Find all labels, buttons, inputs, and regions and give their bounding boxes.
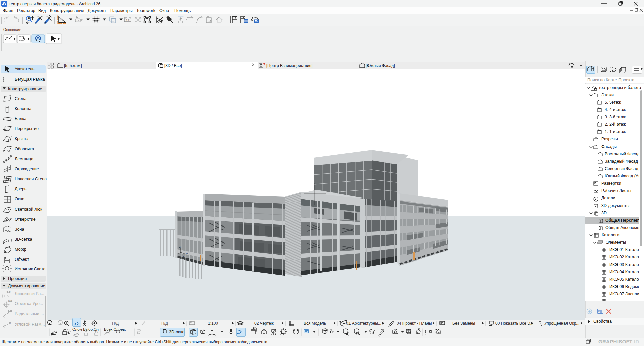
svg-text:Y: Y bbox=[186, 253, 188, 256]
svg-text:1 2: 1 2 bbox=[126, 19, 129, 22]
svg-text:Z: Z bbox=[179, 245, 181, 248]
svg-text:1.2: 1.2 bbox=[7, 291, 11, 294]
svg-text:1.2: 1.2 bbox=[8, 309, 12, 312]
svg-text:α: α bbox=[9, 321, 11, 324]
svg-text:x: x bbox=[183, 255, 184, 258]
svg-text:XY: XY bbox=[76, 19, 80, 22]
svg-text:1.2: 1.2 bbox=[8, 299, 12, 302]
